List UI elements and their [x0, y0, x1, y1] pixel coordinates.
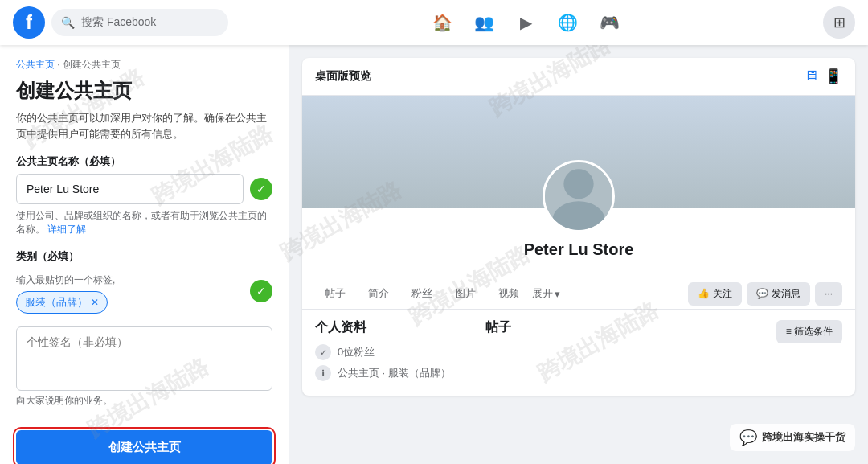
category-tag-label: 服装（品牌） [25, 295, 88, 310]
category-tag[interactable]: 服装（品牌） ✕ [16, 291, 108, 314]
desktop-icon[interactable]: 🖥 [804, 68, 818, 85]
page-description: 你的公共主页可以加深用户对你的了解。确保在公共主页中提供用户可能需要的所有信息。 [16, 110, 272, 142]
mobile-icon[interactable]: 📱 [825, 68, 842, 85]
profile-tab-actions: 👍 关注 💬 发消息 ··· [688, 282, 842, 306]
right-panel: 桌面版预览 🖥 📱 [289, 45, 868, 464]
page-type-label: 公共主页 · 服装（品牌） [338, 366, 451, 380]
top-navigation: f 🔍 搜索 Facebook 🏠 👥 ▶ 🌐 🎮 ⊞ [0, 0, 868, 45]
nav-video-icon[interactable]: ▶ [506, 3, 545, 42]
name-input-row: ✓ [16, 174, 272, 204]
avatar-silhouette [545, 162, 612, 230]
name-label: 公共主页名称（必填） [16, 154, 272, 169]
profile-tabs: 帖子 简介 粉丝 图片 视频 展开 ▾ 👍 关注 💬 发消息 ··· [302, 278, 855, 310]
category-enter-hint: 输入最贴切的一个标签, [16, 273, 244, 287]
badge-icon: 💬 [739, 429, 757, 446]
tab-about[interactable]: 简介 [358, 278, 399, 309]
preview-title: 桌面版预览 [315, 69, 371, 84]
search-bar[interactable]: 🔍 搜索 Facebook [51, 9, 228, 36]
tab-photos[interactable]: 图片 [445, 278, 485, 309]
main-content: 公共主页 · 创建公共主页 创建公共主页 你的公共主页可以加深用户对你的了解。确… [0, 45, 868, 464]
tab-followers[interactable]: 粉丝 [402, 278, 442, 309]
category-valid-check: ✓ [250, 280, 272, 302]
breadcrumb-current: 创建公共主页 [63, 59, 121, 70]
nav-globe-icon[interactable]: 🌐 [548, 3, 587, 42]
followers-icon: ✓ [315, 344, 331, 360]
breadcrumb-parent[interactable]: 公共主页 [16, 59, 55, 70]
tab-more[interactable]: 展开 ▾ [532, 286, 560, 301]
category-section: 类别（必填） 输入最贴切的一个标签, 服装（品牌） ✕ ✓ [16, 249, 272, 314]
profile-sidebar: 个人资料 ✓ 0位粉丝 ℹ 公共主页 · 服装（品牌） [315, 319, 476, 386]
sidebar-title: 个人资料 [315, 319, 476, 336]
nav-icons-group: 🏠 👥 ▶ 🌐 🎮 [423, 3, 628, 42]
posts-header: 帖子 ≡ 筛选条件 [485, 319, 842, 344]
tab-videos[interactable]: 视频 [489, 278, 529, 309]
page-name-section: 公共主页名称（必填） ✓ 使用公司、品牌或组织的名称，或者有助于浏览公共主页的名… [16, 154, 272, 236]
search-icon: 🔍 [61, 16, 75, 29]
breadcrumb-separator: · [57, 59, 63, 70]
preview-container: 桌面版预览 🖥 📱 [302, 58, 855, 396]
bio-input[interactable] [16, 326, 272, 391]
svg-point-0 [563, 169, 593, 199]
filter-button[interactable]: ≡ 筛选条件 [776, 320, 842, 343]
info-circle-icon: ℹ [315, 365, 331, 381]
profile-cover [302, 96, 855, 208]
facebook-logo: f [13, 6, 45, 39]
nav-friends-icon[interactable]: 👥 [465, 3, 503, 42]
page-name-input[interactable] [16, 174, 244, 204]
bio-helper: 向大家说明你的业务。 [16, 394, 272, 408]
page-type-info: ℹ 公共主页 · 服装（品牌） [315, 365, 476, 381]
name-helper-link[interactable]: 详细了解 [47, 224, 86, 235]
category-label: 类别（必填） [16, 249, 272, 264]
message-button[interactable]: 💬 发消息 [747, 282, 810, 306]
search-placeholder: 搜索 Facebook [81, 15, 156, 30]
chevron-down-icon: ▾ [555, 288, 560, 300]
avatar-bg [545, 162, 612, 230]
name-helper-text: 使用公司、品牌或组织的名称，或者有助于浏览公共主页的名称。 详细了解 [16, 209, 272, 236]
category-remove-icon[interactable]: ✕ [91, 297, 99, 308]
followers-info: ✓ 0位粉丝 [315, 344, 476, 360]
bio-section: 向大家说明你的业务。 [16, 326, 272, 408]
profile-avatar [542, 160, 615, 232]
grid-menu-icon[interactable]: ⊞ [823, 6, 855, 39]
name-valid-check: ✓ [250, 178, 272, 200]
category-input-row: 输入最贴切的一个标签, 服装（品牌） ✕ ✓ [16, 269, 272, 314]
preview-header: 桌面版预览 🖥 📱 [302, 58, 855, 96]
breadcrumb: 公共主页 · 创建公共主页 [16, 58, 272, 72]
nav-home-icon[interactable]: 🏠 [423, 3, 461, 42]
bottom-badge: 💬 跨境出海实操干货 [730, 424, 855, 451]
posts-title: 帖子 [485, 319, 511, 336]
tab-posts[interactable]: 帖子 [315, 278, 355, 309]
nav-gaming-icon[interactable]: 🎮 [590, 3, 628, 42]
follow-button[interactable]: 👍 关注 [688, 282, 742, 306]
more-options-button[interactable]: ··· [815, 282, 842, 306]
profile-name: Peter Lu Store [315, 240, 842, 259]
profile-body: 个人资料 ✓ 0位粉丝 ℹ 公共主页 · 服装（品牌） 帖子 ≡ 筛选条件 [302, 310, 855, 396]
follow-icon: 👍 [698, 288, 710, 299]
preview-device-icons: 🖥 📱 [804, 68, 842, 85]
svg-point-1 [552, 201, 604, 230]
category-row: 服装（品牌） ✕ [16, 291, 244, 314]
badge-text: 跨境出海实操干货 [762, 430, 845, 445]
create-page-button[interactable]: 创建公共主页 [16, 430, 272, 464]
followers-count: 0位粉丝 [338, 345, 375, 359]
message-icon: 💬 [756, 288, 768, 299]
left-panel: 公共主页 · 创建公共主页 创建公共主页 你的公共主页可以加深用户对你的了解。确… [0, 45, 289, 464]
profile-posts-section: 帖子 ≡ 筛选条件 [485, 319, 842, 386]
nav-right-group: ⊞ [823, 6, 855, 39]
follow-label: 关注 [713, 287, 732, 301]
page-title: 创建公共主页 [16, 78, 272, 104]
message-label: 发消息 [772, 287, 800, 301]
